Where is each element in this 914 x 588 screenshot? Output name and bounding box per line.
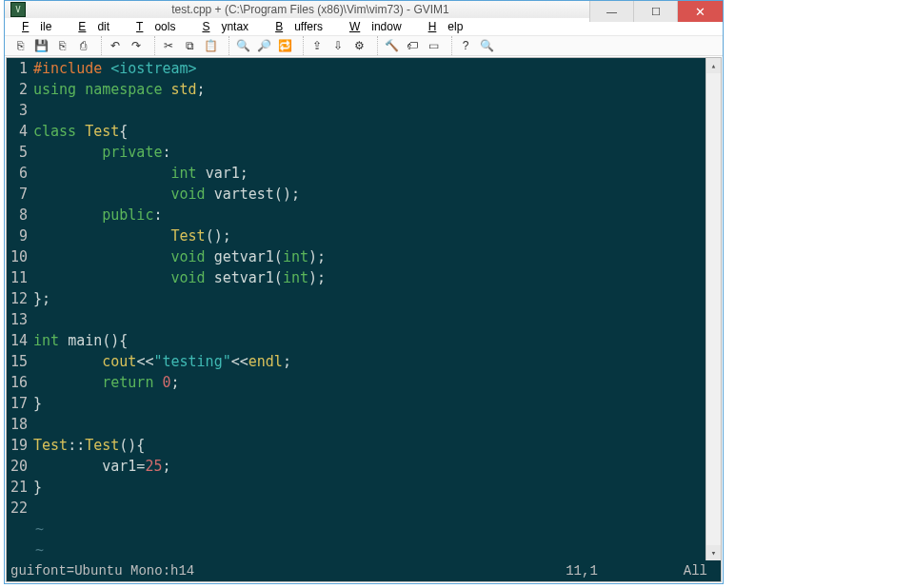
copy-icon[interactable]: ⧉ [180, 36, 199, 55]
toolbar-sep [372, 36, 378, 55]
paste-icon[interactable]: 📋 [201, 36, 220, 55]
make-icon[interactable]: 🔨 [382, 36, 401, 55]
editor-body[interactable]: 12345678910111213141516171819202122 #inc… [7, 58, 721, 560]
print-icon[interactable]: ⎙ [73, 36, 92, 55]
toolbar-sep [447, 36, 452, 55]
line-number: 18 [7, 414, 28, 435]
tag-icon[interactable]: 🏷 [403, 36, 422, 55]
code-line[interactable] [33, 100, 705, 121]
save-icon[interactable]: 💾 [31, 36, 50, 55]
code-line[interactable] [33, 414, 705, 435]
app-icon: V [10, 2, 26, 17]
line-number: 3 [7, 100, 28, 121]
code-line[interactable]: public: [33, 205, 705, 225]
line-number: 11 [7, 267, 28, 288]
menu-syntax[interactable]: Syntax [190, 18, 260, 35]
code-line[interactable]: int var1; [33, 163, 705, 184]
empty-line-tilde: ~ [33, 519, 705, 539]
code-line[interactable] [33, 309, 705, 330]
line-number: 20 [7, 456, 28, 477]
line-number: 1 [7, 58, 28, 79]
code-line[interactable]: #include <iostream> [33, 58, 705, 79]
loadsess-icon[interactable]: ⇪ [308, 36, 327, 55]
window-controls: — ☐ ✕ [589, 1, 723, 22]
line-number: 6 [7, 163, 28, 184]
line-number: 19 [7, 435, 28, 456]
scroll-down-icon[interactable]: ▾ [706, 545, 721, 560]
code-line[interactable]: Test(); [33, 225, 705, 246]
line-number: 7 [7, 184, 28, 205]
line-number-gutter: 12345678910111213141516171819202122 [7, 58, 33, 560]
line-number: 5 [7, 142, 28, 163]
status-percent: All [684, 563, 717, 578]
menu-tools[interactable]: Tools [125, 18, 187, 35]
code-line[interactable]: var1=25; [33, 456, 705, 477]
toolbar: ⎘ 💾 ⎘ ⎙ ↶ ↷ ✂ ⧉ 📋 🔍 🔎 🔁 ⇪ ⇩ ⚙ 🔨 🏷 ▭ ? 🔍 [5, 36, 723, 56]
line-number: 13 [7, 309, 28, 330]
code-line[interactable]: using namespace std; [33, 79, 705, 100]
titlebar[interactable]: V test.cpp + (C:\Program Files (x86)\Vim… [5, 1, 723, 18]
undo-icon[interactable]: ↶ [106, 36, 125, 55]
menu-help[interactable]: Help [417, 18, 475, 35]
savesess-icon[interactable]: ⇩ [328, 36, 348, 55]
help-icon[interactable]: ? [456, 36, 475, 55]
find-icon[interactable]: 🔍 [233, 36, 252, 55]
line-number: 17 [7, 393, 28, 414]
line-number: 9 [7, 225, 28, 246]
code-line[interactable]: Test::Test(){ [33, 435, 705, 456]
scroll-up-icon[interactable]: ▴ [706, 58, 721, 73]
redo-icon[interactable]: ↷ [127, 36, 146, 55]
code-line[interactable]: } [33, 393, 705, 414]
code-line[interactable]: return 0; [33, 372, 705, 393]
line-number: 14 [7, 330, 28, 351]
findnext-icon[interactable]: 🔎 [254, 36, 273, 55]
line-number: 16 [7, 372, 28, 393]
line-number: 2 [7, 79, 28, 100]
code-line[interactable]: void getvar1(int); [33, 246, 705, 267]
code-line[interactable]: private: [33, 142, 705, 163]
line-number: 12 [7, 288, 28, 309]
menu-edit[interactable]: Edit [67, 18, 121, 35]
status-command: guifont=Ubuntu Mono:h14 [10, 563, 194, 578]
maximize-button[interactable]: ☐ [633, 1, 677, 22]
line-number: 10 [7, 246, 28, 267]
code-line[interactable] [33, 498, 705, 519]
cut-icon[interactable]: ✂ [159, 36, 178, 55]
code-line[interactable]: void setvar1(int); [33, 267, 705, 288]
close-button[interactable]: ✕ [677, 1, 723, 22]
gvim-window: V test.cpp + (C:\Program Files (x86)\Vim… [4, 0, 724, 584]
minimize-button[interactable]: — [589, 1, 633, 22]
code-line[interactable]: void vartest(); [33, 184, 705, 205]
toolbar-sep [224, 36, 229, 55]
menu-window[interactable]: Window [338, 18, 413, 35]
code-area[interactable]: #include <iostream>using namespace std;c… [33, 58, 705, 560]
toolbar-sep [149, 36, 155, 55]
saveall-icon[interactable]: ⎘ [52, 36, 71, 55]
line-number: 22 [7, 498, 28, 519]
open-icon[interactable]: ⎘ [10, 36, 30, 55]
code-line[interactable]: class Test{ [33, 121, 705, 142]
menu-file[interactable]: File [10, 18, 63, 35]
line-number: 4 [7, 121, 28, 142]
code-line[interactable]: } [33, 477, 705, 498]
editor: 12345678910111213141516171819202122 #inc… [6, 57, 722, 582]
findhelp-icon[interactable]: 🔍 [477, 36, 496, 55]
script-icon[interactable]: ⚙ [349, 36, 368, 55]
empty-line-tilde: ~ [33, 539, 705, 560]
code-line[interactable]: cout<<"testing"<<endl; [33, 351, 705, 372]
menu-buffers[interactable]: Buffers [264, 18, 334, 35]
shell-icon[interactable]: ▭ [424, 36, 443, 55]
line-number: 21 [7, 477, 28, 498]
code-line[interactable]: int main(){ [33, 330, 705, 351]
replace-icon[interactable]: 🔁 [275, 36, 294, 55]
status-position: 11,1 [566, 563, 684, 578]
vertical-scrollbar[interactable]: ▴ ▾ [705, 58, 721, 560]
line-number: 15 [7, 351, 28, 372]
toolbar-sep [96, 36, 102, 55]
statusbar: guifont=Ubuntu Mono:h14 11,1 All [7, 560, 721, 581]
code-line[interactable]: }; [33, 288, 705, 309]
toolbar-sep [298, 36, 304, 55]
line-number: 8 [7, 205, 28, 225]
